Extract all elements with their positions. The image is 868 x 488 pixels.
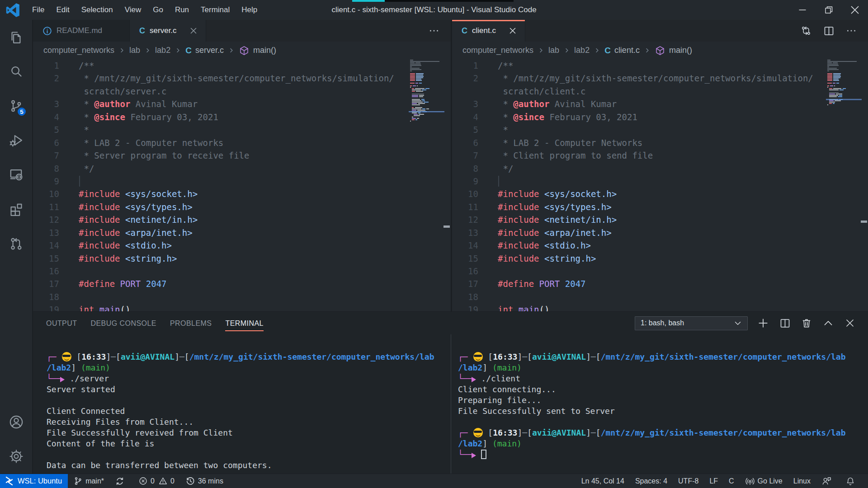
split-editor-button[interactable] — [823, 24, 835, 38]
breadcrumb-folder[interactable]: lab — [548, 46, 559, 55]
close-panel-button[interactable] — [844, 317, 856, 329]
terminal-select[interactable]: 1: bash, bash — [635, 316, 748, 330]
status-bar-right: Ln 45, Col 14Spaces: 4UTF-8LFCGo LiveLin… — [576, 474, 868, 488]
titlebar-progress-fill — [352, 0, 385, 2]
status-indentation[interactable]: Spaces: 4 — [630, 474, 673, 488]
activity-bar-item-search[interactable] — [0, 54, 32, 89]
minimap-right[interactable] — [827, 60, 859, 106]
close-window-button[interactable] — [842, 0, 868, 20]
menu-view[interactable]: View — [119, 0, 147, 20]
minimize-icon — [797, 5, 808, 15]
activity-bar-item-explorer[interactable] — [0, 20, 32, 54]
new-terminal-button[interactable] — [757, 317, 769, 329]
split-terminal-button[interactable] — [778, 317, 791, 329]
status-feedback[interactable] — [816, 474, 840, 488]
activity-bar-item-extensions[interactable] — [0, 192, 32, 226]
panel: OUTPUTDEBUG CONSOLEPROBLEMSTERMINAL 1: b… — [33, 311, 868, 474]
restore-window-button[interactable] — [816, 0, 842, 20]
breadcrumb-folder[interactable]: computer_networks — [43, 46, 114, 55]
close-tab-icon[interactable] — [189, 26, 198, 36]
feedback-icon — [821, 476, 832, 486]
close-tab-icon[interactable] — [508, 26, 518, 36]
line-number: 6 — [452, 136, 478, 149]
activity-bar-item-manage[interactable] — [0, 439, 32, 474]
maximize-panel-button[interactable] — [822, 317, 835, 329]
breadcrumb-folder[interactable]: lab2 — [574, 46, 590, 55]
activity-bar-item-source-control[interactable]: 5 — [0, 89, 32, 123]
panel-tab-debug-console[interactable]: DEBUG CONSOLE — [90, 312, 156, 334]
terminal-pane-client[interactable]: ┌─ [16:33]─[avii@AVINAL]─[/mnt/z/my_git/… — [451, 334, 868, 474]
more-actions-button[interactable] — [845, 24, 857, 38]
breadcrumb-folder[interactable]: lab — [129, 46, 140, 55]
debug-icon — [9, 133, 24, 148]
status-cursor-position[interactable]: Ln 45, Col 14 — [576, 474, 630, 488]
code-editor-left[interactable]: 1/**2 * /mnt/z/my_git/sixth-semester/com… — [33, 59, 451, 311]
status-label: Go Live — [758, 477, 783, 485]
status-encoding[interactable]: UTF-8 — [673, 474, 704, 488]
code-editor-right[interactable]: 1/**2 * /mnt/z/my_git/sixth-semester/com… — [452, 59, 868, 311]
line-text: */ — [478, 162, 513, 175]
status-remote-indicator[interactable]: WSL: Ubuntu — [0, 474, 68, 488]
vscode-logo-icon — [6, 3, 20, 17]
line-number: 18 — [452, 291, 478, 303]
terminal-pane-server[interactable]: ┌─ [16:33]─[avii@AVINAL]─[/mnt/z/my_git/… — [33, 334, 451, 474]
status-eol[interactable]: LF — [704, 474, 723, 488]
status-language-mode[interactable]: C — [723, 474, 740, 488]
breadcrumb-chevron-icon — [228, 47, 235, 54]
line-number: 17 — [452, 277, 478, 290]
breadcrumb-file[interactable]: Cserver.c — [185, 46, 224, 56]
menu-go[interactable]: Go — [147, 0, 169, 20]
activity-bar-item-run-and-debug[interactable] — [0, 123, 32, 157]
breadcrumb-folder[interactable]: computer_networks — [462, 46, 533, 55]
terminal-line: Data can be transferred between two comp… — [47, 460, 451, 471]
menu-terminal[interactable]: Terminal — [195, 0, 236, 20]
code-line: 14#include <stdio.h> — [33, 239, 410, 252]
terminal-line: Client connecting... — [458, 384, 868, 395]
split-icon — [779, 317, 791, 329]
menu-file[interactable]: File — [26, 0, 50, 20]
minimap-left[interactable] — [410, 60, 442, 122]
line-text: #define PORT 2047 — [478, 277, 586, 290]
editor-group-right: Cclient.ccomputer_networkslablab2Cclient… — [452, 20, 868, 311]
line-number: 11 — [452, 201, 478, 213]
activity-bar-item-accounts[interactable] — [0, 405, 32, 439]
activity-bar-item-github-pull-requests[interactable] — [0, 226, 32, 260]
kill-terminal-button[interactable] — [800, 317, 813, 329]
menu-help[interactable]: Help — [236, 0, 263, 20]
tab-client.c[interactable]: Cclient.c — [452, 20, 525, 42]
menu-run[interactable]: Run — [169, 0, 195, 20]
breadcrumb-symbol[interactable]: main() — [239, 45, 276, 56]
breadcrumb-symbol[interactable]: main() — [655, 45, 692, 56]
code-line: 9 — [452, 175, 827, 188]
code-line: 2 * /mnt/z/my_git/sixth-semester/compute… — [33, 72, 410, 84]
panel-tab-output[interactable]: OUTPUT — [46, 312, 77, 334]
breadcrumb-folder[interactable]: lab2 — [155, 46, 170, 55]
status-sync-changes[interactable] — [109, 474, 133, 488]
menu-edit[interactable]: Edit — [50, 0, 75, 20]
panel-tab-terminal[interactable]: TERMINAL — [225, 312, 264, 334]
tab-readme.md[interactable]: README.md — [33, 20, 130, 42]
activity-bar-item-remote-explorer[interactable] — [0, 157, 32, 192]
breadcrumb-file[interactable]: Cclient.c — [604, 46, 640, 56]
status-os[interactable]: Linux — [788, 474, 816, 488]
status-label: 36 mins — [198, 477, 223, 485]
status-notifications[interactable] — [840, 474, 863, 488]
panel-tab-problems[interactable]: PROBLEMS — [170, 312, 212, 334]
minimize-window-button[interactable] — [789, 0, 816, 20]
code-line: 3 * @author Avinal Kumar — [33, 98, 410, 110]
status-time-tracker[interactable]: 36 mins — [180, 474, 229, 488]
window-controls — [789, 0, 868, 20]
line-text: */ — [59, 162, 94, 175]
status-problems[interactable]: 00 — [133, 474, 180, 488]
open-changes-button[interactable] — [800, 24, 812, 38]
symbol-method-icon — [239, 45, 250, 56]
line-text: * /mnt/z/my_git/sixth-semester/computer_… — [478, 72, 813, 84]
status-git-branch[interactable]: main* — [68, 474, 109, 488]
search-icon — [9, 64, 24, 79]
line-number: 4 — [452, 111, 478, 123]
menu-selection[interactable]: Selection — [75, 0, 119, 20]
line-number: 5 — [33, 123, 59, 136]
more-actions-button[interactable] — [428, 24, 440, 38]
tab-server.c[interactable]: Cserver.c — [130, 20, 206, 42]
status-go-live[interactable]: Go Live — [740, 474, 788, 488]
